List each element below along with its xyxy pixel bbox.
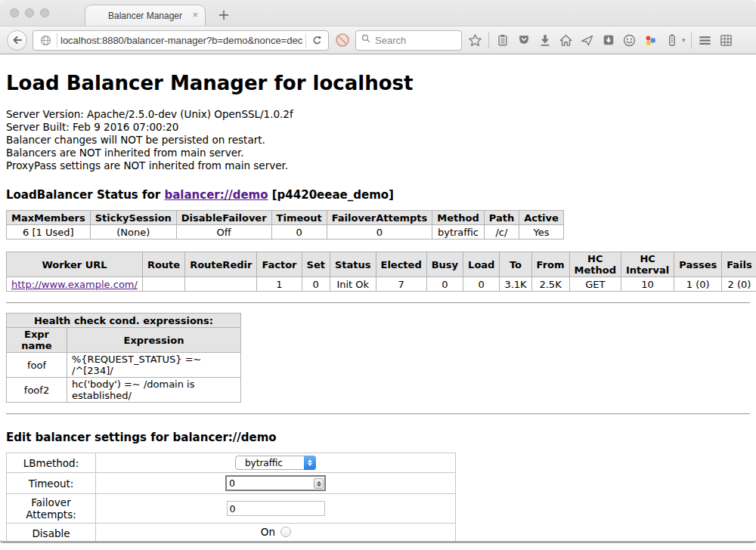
data-cell: foof xyxy=(7,353,67,378)
back-button[interactable] xyxy=(7,30,27,51)
header-cell: Status xyxy=(330,252,376,277)
data-cell: 6 [1 Used] xyxy=(7,225,91,239)
header-cell: Elected xyxy=(376,252,426,277)
minimize-window-button[interactable] xyxy=(25,8,34,17)
chat-smiley-icon[interactable] xyxy=(621,32,637,48)
timeout-label: Timeout: xyxy=(7,473,96,494)
header-cell: HC Interval xyxy=(621,252,674,277)
header-cell: Passes xyxy=(674,252,722,277)
table-row: foof2 hc('body') =~ /domain is establish… xyxy=(7,378,241,403)
disable-failover-label: Disable Failover: xyxy=(7,524,96,542)
data-cell: 7 xyxy=(376,277,426,292)
header-cell: RouteRedir xyxy=(185,252,257,277)
new-tab-button[interactable]: + xyxy=(218,6,230,23)
header-cell: Timeout xyxy=(271,211,327,225)
data-cell: 0 xyxy=(327,225,432,239)
data-cell: 0 xyxy=(463,277,500,292)
balancer-status-table: MaxMembers StickySession DisableFailover… xyxy=(6,210,564,239)
radio-off-label: Off xyxy=(260,540,275,542)
search-icon xyxy=(361,33,371,47)
home-icon[interactable] xyxy=(558,32,574,48)
urlbar-divider xyxy=(57,33,57,48)
window-controls xyxy=(10,8,49,17)
data-cell: (None) xyxy=(90,225,176,239)
downloads-icon[interactable] xyxy=(537,32,553,48)
search-bar[interactable]: Search xyxy=(355,30,462,51)
pocket-icon[interactable] xyxy=(516,32,531,48)
data-cell: 0 xyxy=(426,277,463,292)
toolbar-separator xyxy=(488,32,489,48)
data-cell: 1 xyxy=(257,277,302,292)
table-row: foof %{REQUEST_STATUS} =~ /^[234]/ xyxy=(7,353,241,378)
data-cell: /c/ xyxy=(484,225,519,239)
data-cell: 10 xyxy=(621,277,674,292)
browser-window: Balancer Manager × + localhost:8880/bala… xyxy=(0,0,756,543)
lbmethod-label: LBmethod: xyxy=(7,453,96,473)
content-blocked-icon[interactable] xyxy=(334,32,350,48)
header-cell: Path xyxy=(484,211,519,225)
data-cell: bytraffic xyxy=(432,225,484,239)
notice-balancers: Balancers are NOT inherited from main se… xyxy=(6,147,750,159)
tab-title: Balancer Manager xyxy=(108,11,182,21)
bookmark-star-icon[interactable] xyxy=(467,32,483,48)
address-bar[interactable]: localhost:8880/balancer-manager?b=demo&n… xyxy=(33,30,329,51)
server-info: Server Version: Apache/2.5.0-dev (Unix) … xyxy=(6,108,750,172)
data-cell: 2 (0) xyxy=(722,277,756,292)
grid-extension-icon[interactable] xyxy=(718,32,734,48)
server-version: Server Version: Apache/2.5.0-dev (Unix) … xyxy=(6,108,750,121)
reading-list-icon[interactable] xyxy=(494,32,510,48)
url-text[interactable]: localhost:8880/balancer-manager?b=demo&n… xyxy=(60,35,302,46)
header-cell: Active xyxy=(519,211,564,225)
select-stepper-icon xyxy=(304,456,316,470)
lbmethod-select[interactable]: bytraffic xyxy=(235,456,316,470)
close-window-button[interactable] xyxy=(10,8,19,17)
status-heading-prefix: LoadBalancer Status for xyxy=(6,188,164,202)
reload-icon[interactable] xyxy=(309,32,325,48)
header-cell: FailoverAttempts xyxy=(327,211,432,225)
divider xyxy=(6,302,750,304)
failover-attempts-input[interactable] xyxy=(227,501,325,516)
chevron-down-icon[interactable]: ▾ xyxy=(682,36,686,44)
data-cell: Yes xyxy=(519,225,564,239)
page-title: Load Balancer Manager for localhost xyxy=(6,72,750,94)
header-cell: To xyxy=(500,252,531,277)
header-cell: Route xyxy=(142,252,184,277)
data-cell xyxy=(185,277,257,292)
toolbar-separator xyxy=(691,32,692,48)
header-cell: Expression xyxy=(67,328,241,353)
site-identity-globe-icon[interactable] xyxy=(38,32,54,48)
header-cell: Method xyxy=(432,211,484,225)
back-arrow-icon xyxy=(11,34,23,46)
health-table-title: Health check cond. expressions: xyxy=(7,314,241,328)
panel-download-icon[interactable] xyxy=(600,32,616,48)
server-built: Server Built: Feb 9 2016 07:00:20 xyxy=(6,121,750,134)
send-page-icon[interactable] xyxy=(579,32,595,48)
colored-dots-extension-icon[interactable] xyxy=(643,32,658,48)
number-spinner-icon[interactable] xyxy=(314,478,324,489)
header-cell: StickySession xyxy=(90,211,176,225)
menu-hamburger-icon[interactable] xyxy=(697,32,713,48)
edit-settings-heading: Edit balancer settings for balancer://de… xyxy=(6,431,750,444)
data-cell: 3.1K xyxy=(500,277,531,292)
search-placeholder: Search xyxy=(375,35,406,46)
data-cell: Init Ok xyxy=(330,277,376,292)
timeout-input[interactable] xyxy=(225,475,326,491)
balancer-demo-link[interactable]: balancer://demo xyxy=(164,188,268,202)
header-cell: From xyxy=(531,252,569,277)
header-cell: Load xyxy=(463,252,500,277)
worker-url-link[interactable]: http://www.example.com/ xyxy=(11,279,138,290)
tab-balancer-manager[interactable]: Balancer Manager × xyxy=(85,5,206,26)
disable-failover-on-radio[interactable] xyxy=(280,527,291,537)
data-cell: hc('body') =~ /domain is established/ xyxy=(67,378,241,403)
battery-extension-icon[interactable] xyxy=(664,32,680,48)
notice-proxypass: ProxyPass settings are NOT inherited fro… xyxy=(6,159,750,172)
data-cell: Off xyxy=(176,225,271,239)
header-cell: Worker URL xyxy=(7,252,143,277)
disable-failover-off-radio[interactable] xyxy=(280,541,291,542)
worker-status-table: Worker URL Route RouteRedir Factor Set S… xyxy=(6,252,756,292)
loadbalancer-status-heading: LoadBalancer Status for balancer://demo … xyxy=(6,188,750,202)
zoom-window-button[interactable] xyxy=(40,8,49,17)
failover-attempts-label: Failover Attempts: xyxy=(7,494,96,524)
tab-close-icon[interactable]: × xyxy=(192,10,198,20)
data-cell xyxy=(142,277,184,292)
